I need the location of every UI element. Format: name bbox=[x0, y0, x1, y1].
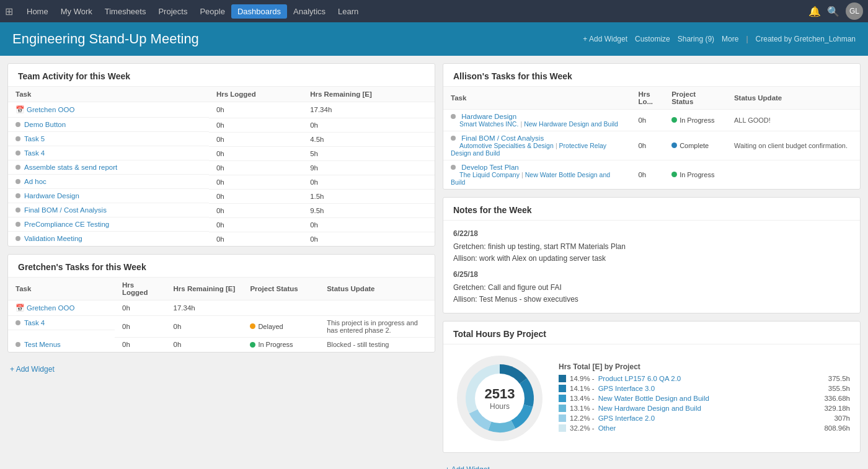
nav-item-people[interactable]: People bbox=[193, 4, 231, 19]
col-hrs-remaining: Hrs Remaining [E] bbox=[166, 278, 243, 300]
notes-body: 6/22/18Gretchen: finish up testing, star… bbox=[443, 221, 860, 313]
total-hours-body: 2513 Hours Hrs Total [E] by Project 14.9… bbox=[443, 344, 860, 452]
nav-item-my-work[interactable]: My Work bbox=[55, 4, 99, 19]
hrs-remaining: 0h bbox=[303, 217, 435, 232]
task-link[interactable]: Ad hoc bbox=[24, 178, 46, 185]
status-badge: Delayed bbox=[250, 323, 283, 330]
nav-item-projects[interactable]: Projects bbox=[152, 4, 193, 19]
task-link[interactable]: Develop Test Plan bbox=[461, 164, 518, 171]
legend-color-swatch bbox=[559, 405, 566, 412]
gretchens-tasks-table: Task Hrs Logged Hrs Remaining [E] Projec… bbox=[8, 278, 435, 352]
col-task: Task bbox=[8, 87, 209, 102]
nav-item-home[interactable]: Home bbox=[20, 4, 55, 19]
legend-project-link[interactable]: Other bbox=[598, 424, 812, 432]
hrs-logged: 0h bbox=[209, 232, 303, 246]
legend-value: 336.68h bbox=[816, 395, 850, 402]
more-btn[interactable]: More bbox=[722, 35, 738, 43]
donut-center: 2513 Hours bbox=[485, 386, 515, 411]
status-dot bbox=[671, 142, 677, 148]
status-update: This project is in progress and has ente… bbox=[319, 316, 435, 338]
task-dot bbox=[16, 236, 20, 241]
team-activity-title: Team Activity for this Week bbox=[8, 64, 435, 87]
header-divider: | bbox=[746, 35, 748, 43]
legend-project-link[interactable]: GPS Interface 2.0 bbox=[598, 414, 812, 422]
legend-items: 14.9% - Product LP157 6.0 QA 2.0 375.5h … bbox=[559, 375, 850, 432]
legend-value: 355.5h bbox=[816, 385, 850, 392]
status-badge: Complete bbox=[671, 142, 709, 149]
add-widget-btn-left[interactable]: + Add Widget bbox=[7, 360, 435, 379]
task-name-cell: Task 5 bbox=[8, 132, 209, 146]
task-link[interactable]: Validation Meeting bbox=[24, 235, 82, 242]
legend-project-link[interactable]: Product LP157 6.0 QA 2.0 bbox=[598, 375, 812, 382]
status-text: In Progress bbox=[258, 341, 293, 348]
client-link[interactable]: Automotive Specialties & Design bbox=[459, 142, 554, 149]
notifications-icon[interactable]: 🔔 bbox=[808, 6, 821, 17]
client-link[interactable]: The Liquid Company bbox=[459, 171, 520, 178]
task-link[interactable]: Test Menus bbox=[24, 341, 61, 348]
task-link[interactable]: Task 4 bbox=[24, 149, 45, 157]
hrs-logged: 0h bbox=[209, 132, 303, 146]
notes-line: Gretchen: finish up testing, start RTM M… bbox=[453, 241, 850, 253]
col-hrs-logged: Hrs Lo... bbox=[631, 87, 664, 110]
avatar[interactable]: GL bbox=[846, 2, 863, 20]
nav-item-dashboards[interactable]: Dashboards bbox=[231, 4, 287, 19]
hrs-remaining: 17.34h bbox=[303, 102, 435, 118]
project-status: In Progress bbox=[664, 110, 727, 131]
list-item: 13.4% - New Water Bottle Design and Buil… bbox=[559, 395, 850, 402]
list-item: 12.2% - GPS Interface 2.0 307h bbox=[559, 414, 850, 422]
table-row: 📅Gretchen OOO 0h 17.34h bbox=[8, 300, 435, 316]
notes-date: 6/22/18 bbox=[453, 228, 850, 240]
table-row: Demo Button 0h 0h bbox=[8, 118, 435, 132]
hrs-remaining: 17.34h bbox=[166, 300, 243, 316]
add-widget-header-btn[interactable]: + Add Widget bbox=[583, 35, 627, 43]
legend-project-link[interactable]: New Water Bottle Design and Build bbox=[598, 395, 812, 402]
legend-project-link[interactable]: New Hardware Design and Build bbox=[598, 405, 812, 412]
legend-color-swatch bbox=[559, 424, 566, 432]
task-name-cell: Hardware Design bbox=[8, 189, 209, 203]
task-link[interactable]: PreCompliance CE Testing bbox=[24, 221, 109, 228]
task-link[interactable]: Final BOM / Cost Analysis bbox=[24, 206, 107, 214]
col-task: Task bbox=[443, 87, 631, 110]
task-name-cell: Assemble stats & send report bbox=[8, 160, 209, 175]
task-link[interactable]: Assemble stats & send report bbox=[24, 164, 117, 171]
task-name-cell: Develop Test Plan The Liquid Company | N… bbox=[443, 160, 631, 190]
task-link[interactable]: Final BOM / Cost Analysis bbox=[461, 134, 544, 142]
nav-item-learn[interactable]: Learn bbox=[332, 4, 365, 19]
legend-project-link[interactable]: GPS Interface 3.0 bbox=[598, 385, 812, 392]
status-badge: In Progress bbox=[250, 341, 293, 348]
task-dot bbox=[16, 136, 20, 141]
legend-value: 307h bbox=[816, 414, 850, 422]
header-actions: + Add Widget Customize Sharing (9) More … bbox=[583, 35, 856, 43]
task-link[interactable]: Gretchen OOO bbox=[27, 304, 74, 312]
grid-icon[interactable]: ⊞ bbox=[5, 6, 13, 17]
team-activity-table: Task Hrs Logged Hrs Remaining [E] 📅Gretc… bbox=[8, 87, 435, 246]
task-link[interactable]: Hardware Design bbox=[461, 113, 516, 120]
task-link[interactable]: Task 5 bbox=[24, 135, 45, 142]
task-link[interactable]: Gretchen OOO bbox=[27, 106, 74, 113]
legend-pct: 13.1% - bbox=[570, 405, 595, 412]
client-link[interactable]: Smart Watches INC. bbox=[459, 120, 518, 128]
project-status: In Progress bbox=[664, 160, 727, 190]
customize-btn[interactable]: Customize bbox=[635, 35, 670, 43]
legend-pct: 14.1% - bbox=[570, 385, 595, 392]
project-link[interactable]: New Hardware Design and Build bbox=[524, 120, 618, 128]
table-row: PreCompliance CE Testing 0h 0h bbox=[8, 217, 435, 232]
task-link[interactable]: Demo Button bbox=[24, 121, 66, 128]
task-dot bbox=[451, 165, 456, 170]
nav-item-analytics[interactable]: Analytics bbox=[287, 4, 332, 19]
task-dot bbox=[16, 151, 20, 156]
sharing-btn[interactable]: Sharing (9) bbox=[678, 35, 714, 43]
task-dot bbox=[16, 165, 20, 170]
add-widget-btn-right[interactable]: + Add Widget bbox=[443, 460, 861, 469]
notes-date: 6/25/18 bbox=[453, 269, 850, 281]
col-project-status: Project Status bbox=[664, 87, 727, 110]
nav-item-timesheets[interactable]: Timesheets bbox=[99, 4, 153, 19]
task-link[interactable]: Task 4 bbox=[24, 319, 45, 327]
notes-title: Notes for the Week bbox=[443, 198, 860, 221]
task-link[interactable]: Hardware Design bbox=[24, 192, 79, 199]
notes-line: Allison: Test Menus - show executives bbox=[453, 294, 850, 305]
hrs-logged: 0h bbox=[209, 102, 303, 118]
col-hrs-remaining: Hrs Remaining [E] bbox=[303, 87, 435, 102]
search-icon[interactable]: 🔍 bbox=[827, 6, 839, 17]
allisons-tasks-widget: Allison's Tasks for this Week Task Hrs L… bbox=[443, 63, 861, 190]
